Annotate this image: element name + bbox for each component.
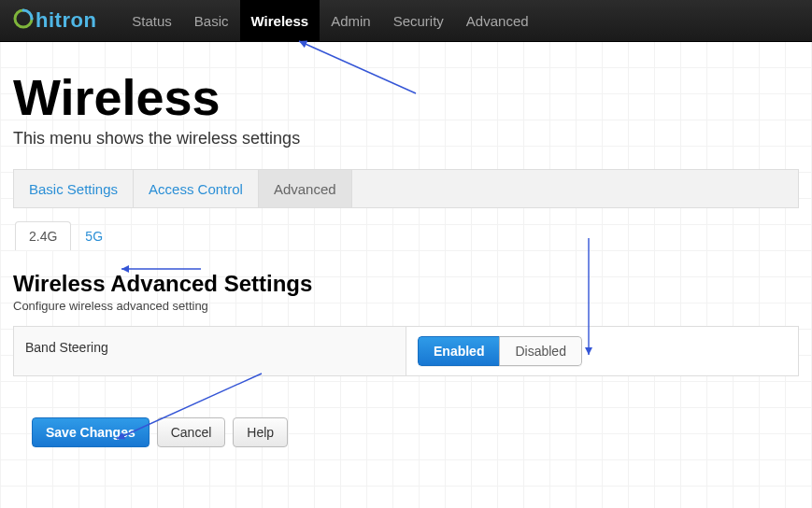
save-changes-button[interactable]: Save Changes [32, 417, 150, 447]
band-steering-enabled-button[interactable]: Enabled [418, 336, 500, 366]
settings-row-band-steering: Band Steering Enabled Disabled [13, 326, 799, 376]
nav-basic[interactable]: Basic [183, 0, 240, 41]
help-button[interactable]: Help [233, 417, 288, 447]
setting-value-band-steering: Enabled Disabled [406, 327, 798, 375]
nav-wireless[interactable]: Wireless [240, 0, 321, 41]
brand-name: hitron [36, 8, 96, 33]
subtab-basic-settings[interactable]: Basic Settings [14, 170, 134, 207]
nav-status[interactable]: Status [121, 0, 183, 41]
section-subtitle: Configure wireless advanced setting [13, 299, 799, 313]
page-title: Wireless [13, 70, 799, 125]
top-navbar: hitron Status Basic Wireless Admin Secur… [0, 0, 812, 42]
nav-security[interactable]: Security [382, 0, 455, 41]
bandtab-5g[interactable]: 5G [71, 221, 117, 250]
action-buttons: Save Changes Cancel Help [13, 417, 799, 447]
band-steering-toggle: Enabled Disabled [418, 336, 582, 366]
brand-logo: hitron [13, 8, 96, 33]
nav-advanced[interactable]: Advanced [455, 0, 540, 41]
page-subtitle: This menu shows the wireless settings [13, 129, 799, 148]
setting-label-band-steering: Band Steering [14, 327, 406, 375]
band-steering-disabled-button[interactable]: Disabled [499, 336, 581, 366]
subtab-access-control[interactable]: Access Control [134, 170, 259, 207]
cancel-button[interactable]: Cancel [157, 417, 226, 447]
brand-swirl-icon [13, 8, 34, 33]
primary-nav: Status Basic Wireless Admin Security Adv… [121, 0, 539, 41]
band-tabs: 2.4G 5G [13, 221, 799, 250]
section-title: Wireless Advanced Settings [13, 271, 799, 297]
wireless-subtabs: Basic Settings Access Control Advanced [13, 169, 799, 208]
subtab-advanced[interactable]: Advanced [259, 170, 352, 207]
bandtab-24g[interactable]: 2.4G [15, 221, 71, 250]
nav-admin[interactable]: Admin [320, 0, 382, 41]
